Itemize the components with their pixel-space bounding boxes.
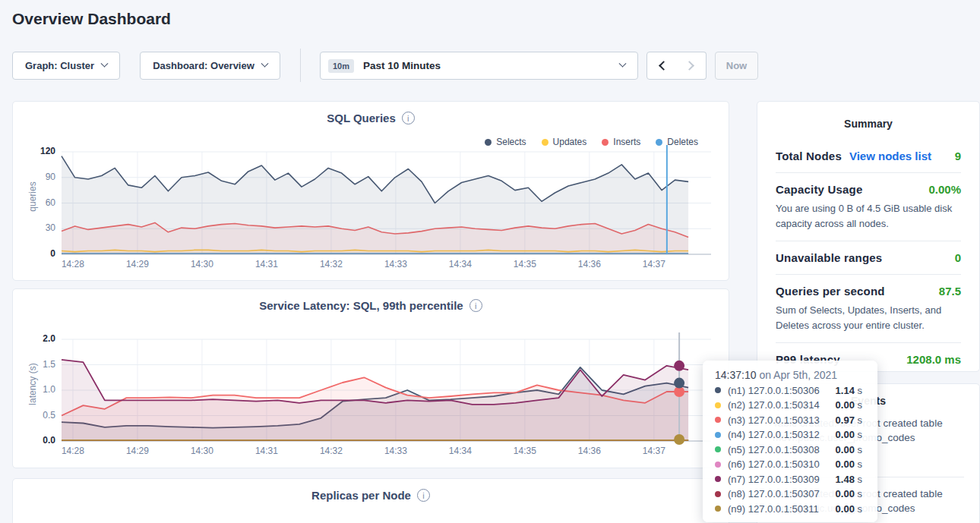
tooltip-node-unit: s: [855, 429, 862, 440]
tooltip-node-label: (n1) 127.0.0.1:50306: [728, 385, 820, 396]
x-tick-label: 14:32: [310, 446, 352, 456]
view-nodes-list-link[interactable]: View nodes list: [849, 150, 931, 162]
tooltip-node-value: 0.00 s: [836, 488, 867, 499]
summary-value: 87.5: [939, 285, 961, 298]
tooltip-node-value: 0.97 s: [836, 414, 867, 426]
service-latency-plot[interactable]: [62, 339, 711, 441]
x-tick-label: 14:33: [375, 259, 417, 269]
tooltip-node-unit: s: [855, 399, 862, 411]
tooltip-node-row: (n9) 127.0.0.1:503110.00 s: [715, 503, 867, 515]
tooltip-node-row: (n2) 127.0.0.1:503140.00 s: [715, 399, 867, 411]
info-icon[interactable]: i: [402, 112, 415, 124]
summary-row-head: Capacity Usage0.00%: [776, 183, 961, 196]
dashboard-dropdown-label: Dashboard: Overview: [153, 60, 254, 71]
node-color-dot: [715, 462, 721, 468]
tooltip-node-unit: s: [855, 458, 862, 470]
tooltip-node-label: (n5) 127.0.0.1:50308: [728, 444, 820, 455]
x-tick-label: 14:34: [439, 259, 482, 269]
summary-row-head: Unavailable ranges0: [776, 251, 961, 264]
tooltip-node-value: 0.00 s: [836, 444, 867, 455]
chevron-left-icon: [659, 61, 669, 71]
hover-marker: [674, 361, 684, 371]
legend-dot: [602, 139, 609, 146]
tooltip-node-row: (n8) 127.0.0.1:503070.00 s: [715, 488, 867, 499]
node-color-dot: [715, 476, 721, 482]
summary-value: 1208.0 ms: [906, 353, 961, 366]
legend-label: Inserts: [613, 137, 640, 147]
x-tick-label: 14:28: [52, 259, 94, 269]
y-tick-label: 0.5: [13, 410, 55, 421]
summary-description: Sum of Selects, Updates, Inserts, and De…: [776, 303, 961, 332]
tooltip-node-label: (n6) 127.0.0.1:50310: [728, 458, 820, 470]
info-icon[interactable]: i: [469, 299, 482, 312]
time-range-label: Past 10 Minutes: [363, 60, 441, 71]
summary-row: Total NodesView nodes list9: [776, 140, 961, 173]
node-color-dot: [715, 491, 721, 497]
legend-dot: [542, 139, 548, 146]
legend-item-deletes[interactable]: Deletes: [656, 137, 698, 147]
tooltip-node-label: (n7) 127.0.0.1:50309: [728, 474, 820, 485]
tooltip-node-unit: s: [855, 488, 862, 499]
legend-item-updates[interactable]: Updates: [542, 137, 587, 147]
tooltip-node-value: 1.14 s: [836, 385, 867, 396]
tooltip-node-value: 0.00 s: [836, 429, 867, 440]
info-icon[interactable]: i: [417, 489, 430, 502]
y-tick-label: 2.0: [13, 333, 55, 344]
chart-title: Replicas per Node: [311, 489, 411, 502]
summary-row-head: Queries per second87.5: [776, 285, 961, 298]
node-color-dot: [715, 402, 721, 408]
summary-row: Unavailable ranges0: [776, 241, 961, 275]
tooltip-node-row: (n3) 127.0.0.1:503130.97 s: [715, 414, 867, 426]
summary-rows: Total NodesView nodes list9Capacity Usag…: [776, 140, 961, 376]
sql-queries-plot[interactable]: [62, 152, 711, 254]
chart-hover-tooltip: 14:37:10 on Apr 5th, 2021 (n1) 127.0.0.1…: [703, 361, 877, 522]
x-tick-label: 14:30: [181, 446, 223, 456]
graph-dropdown[interactable]: Graph: Cluster: [12, 52, 120, 80]
tooltip-timestamp: 14:37:10 on Apr 5th, 2021: [715, 369, 867, 381]
tooltip-node-unit: s: [855, 444, 862, 455]
y-tick-label: 120: [13, 146, 55, 156]
summary-label: Capacity Usage: [776, 183, 863, 196]
tooltip-node-label: (n8) 127.0.0.1:50307: [728, 488, 820, 499]
chart-title: SQL Queries: [327, 112, 396, 124]
chevron-down-icon: [261, 60, 268, 68]
y-tick-label: 30: [13, 222, 55, 233]
x-tick-label: 14:34: [439, 446, 482, 456]
overview-dashboard-page: Overview Dashboard Graph: Cluster Dashbo…: [0, 0, 980, 523]
legend-dot: [485, 139, 492, 146]
x-tick-label: 14:28: [52, 446, 94, 456]
y-tick-label: 1.0: [13, 384, 55, 395]
node-color-dot: [715, 506, 721, 512]
hover-marker: [674, 434, 684, 445]
time-prev-button[interactable]: [646, 52, 677, 80]
summary-value: 0.00%: [928, 183, 961, 196]
replicas-per-node-chart-panel: Replicas per Node i: [12, 478, 729, 523]
x-tick-label: 14:37: [633, 446, 675, 456]
legend-item-selects[interactable]: Selects: [485, 137, 526, 147]
tooltip-node-row: (n7) 127.0.0.1:503091.48 s: [715, 474, 867, 485]
time-range-picker[interactable]: 10m Past 10 Minutes: [320, 52, 638, 80]
x-tick-label: 14:32: [310, 259, 352, 269]
tooltip-node-unit: s: [855, 474, 862, 485]
sql-queries-chart-panel: SQL Queries i SelectsUpdatesInsertsDelet…: [12, 101, 729, 281]
tooltip-node-value: 0.00 s: [836, 503, 867, 515]
legend-item-inserts[interactable]: Inserts: [602, 137, 640, 147]
node-color-dot: [715, 417, 721, 423]
y-tick-label: 60: [13, 197, 55, 208]
node-color-dot: [715, 446, 721, 452]
y-tick-label: 0: [13, 248, 55, 259]
hover-marker: [674, 378, 684, 389]
chart-title: Service Latency: SQL, 99th percentile: [259, 299, 463, 312]
summary-label: Queries per second: [776, 285, 885, 298]
tooltip-node-unit: s: [855, 503, 862, 515]
now-button[interactable]: Now: [715, 52, 758, 80]
tooltip-node-row: (n6) 127.0.0.1:503100.00 s: [715, 458, 867, 470]
summary-description: You are using 0 B of 4.5 GiB usable disk…: [776, 201, 961, 231]
summary-row: Capacity Usage0.00%You are using 0 B of …: [776, 173, 961, 241]
chevron-down-icon: [101, 60, 109, 68]
dashboard-dropdown[interactable]: Dashboard: Overview: [140, 52, 280, 80]
tooltip-node-value: 0.00 s: [836, 399, 867, 411]
summary-label: Unavailable ranges: [776, 251, 882, 264]
time-next-button[interactable]: [676, 52, 707, 80]
x-tick-label: 14:31: [245, 259, 288, 269]
